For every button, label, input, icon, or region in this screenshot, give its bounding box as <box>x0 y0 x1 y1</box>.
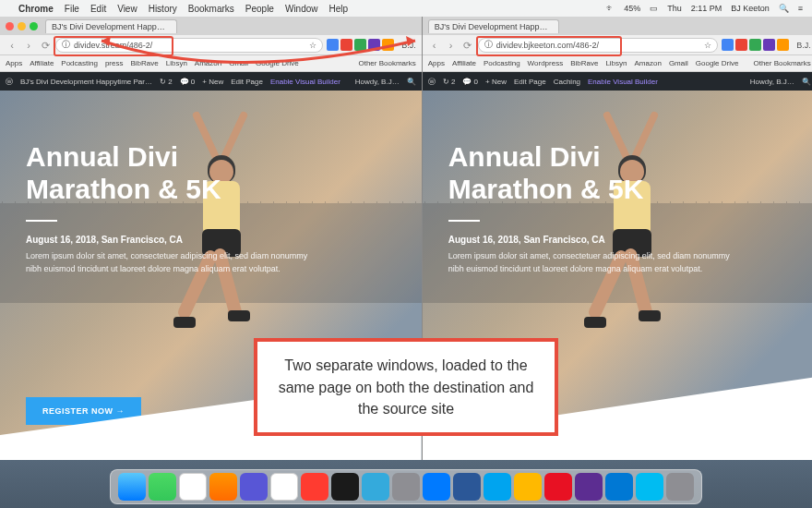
wp-howdy[interactable]: Howdy, B.J… <box>750 78 794 86</box>
user-badge[interactable]: B.J. <box>401 41 416 50</box>
bm-item[interactable]: Amazon <box>195 59 221 67</box>
wp-new[interactable]: + New <box>202 78 223 86</box>
dock-app-icon[interactable] <box>605 473 633 501</box>
menu-window[interactable]: Window <box>285 4 318 14</box>
dock-app-icon[interactable] <box>544 473 572 501</box>
wifi-icon[interactable]: ᯤ <box>606 4 615 13</box>
bm-item[interactable]: Podcasting <box>61 59 98 67</box>
dock-app-icon[interactable] <box>301 473 328 501</box>
back-button[interactable]: ‹ <box>6 39 18 52</box>
close-icon[interactable] <box>6 22 14 30</box>
menubar-app[interactable]: Chrome <box>18 4 54 14</box>
hero-date: August 16, 2018, San Francisco, CA <box>448 235 789 245</box>
wp-vb[interactable]: Enable Visual Builder <box>270 78 340 86</box>
dock-app-icon[interactable] <box>209 473 237 501</box>
browser-tab[interactable]: BJ's Divi Development Happ… <box>428 19 560 33</box>
dock-app-icon[interactable] <box>240 473 268 501</box>
menu-view[interactable]: View <box>117 4 137 14</box>
zoom-icon[interactable] <box>30 22 38 30</box>
bm-item[interactable]: Gmail <box>229 59 248 67</box>
wp-caching[interactable]: Caching <box>554 78 580 86</box>
ext-icon[interactable] <box>327 39 339 51</box>
menu-help[interactable]: Help <box>329 4 349 14</box>
wp-comments[interactable]: 💬 0 <box>462 78 478 86</box>
menu-bookmarks[interactable]: Bookmarks <box>188 4 234 14</box>
ext-icon[interactable] <box>735 39 747 51</box>
dock-trash-icon[interactable] <box>666 473 694 501</box>
dock-app-icon[interactable] <box>331 473 359 501</box>
spotlight-icon[interactable]: 🔍 <box>779 4 789 13</box>
forward-button[interactable]: › <box>445 39 458 52</box>
wp-logo-icon[interactable]: ⓦ <box>428 77 436 87</box>
ext-icon[interactable] <box>354 39 366 51</box>
dock-photoshop-icon[interactable] <box>453 473 481 501</box>
bm-apps[interactable]: Apps <box>428 59 445 67</box>
menu-history[interactable]: History <box>149 4 177 14</box>
bm-item[interactable]: Affiliate <box>452 59 476 67</box>
ext-icon[interactable] <box>722 39 734 51</box>
dock-app-icon[interactable] <box>392 473 420 501</box>
wp-vb[interactable]: Enable Visual Builder <box>588 78 658 86</box>
dock-app-icon[interactable] <box>179 473 207 501</box>
bm-item[interactable]: press <box>105 59 124 67</box>
wp-edit[interactable]: Edit Page <box>514 78 546 86</box>
bm-item[interactable]: Google Drive <box>696 59 739 67</box>
star-icon[interactable]: ☆ <box>704 41 711 50</box>
wp-howdy[interactable]: Howdy, B.J… <box>355 78 400 86</box>
dock-app-icon[interactable] <box>514 473 542 501</box>
bm-item[interactable]: Affiliate <box>30 59 54 67</box>
clock-time: 2:11 PM <box>691 4 722 13</box>
dock-app-icon[interactable] <box>423 473 450 501</box>
reload-button[interactable]: ⟳ <box>461 39 474 52</box>
ext-icon[interactable] <box>382 39 394 51</box>
minimize-icon[interactable] <box>18 22 26 30</box>
browser-tab[interactable]: BJ's Divi Development Happ… <box>45 19 177 33</box>
ext-icon[interactable] <box>340 39 352 51</box>
reload-button[interactable]: ⟳ <box>39 39 52 52</box>
url-field[interactable]: ⓘ dividev.stream/486-2/ ☆ <box>55 38 323 53</box>
bm-apps[interactable]: Apps <box>6 59 22 67</box>
wp-site[interactable]: BJ's Divi Development Happytime Par… <box>20 78 152 86</box>
back-button[interactable]: ‹ <box>428 39 441 52</box>
notif-icon[interactable]: ≡ <box>798 4 803 13</box>
dock-app-icon[interactable] <box>484 473 511 501</box>
bm-item[interactable]: BibRave <box>570 59 598 67</box>
url-field[interactable]: ⓘ dividev.bjkeeton.com/486-2/ ☆ <box>478 38 719 53</box>
ext-icon[interactable] <box>777 39 789 51</box>
search-icon[interactable]: 🔍 <box>407 78 416 86</box>
wp-comments[interactable]: 💬 0 <box>180 78 196 86</box>
user-badge[interactable]: B.J. <box>796 41 811 50</box>
dock-app-icon[interactable] <box>270 473 298 501</box>
wp-updates[interactable]: ↻ 2 <box>443 78 456 86</box>
menu-people[interactable]: People <box>245 4 274 14</box>
user-name[interactable]: BJ Keeton <box>731 4 770 13</box>
forward-button[interactable]: › <box>22 39 35 52</box>
wp-logo-icon[interactable]: ⓦ <box>6 77 13 87</box>
menu-file[interactable]: File <box>65 4 79 14</box>
dock-app-icon[interactable] <box>362 473 389 501</box>
bm-item[interactable]: Podcasting <box>484 59 520 67</box>
ext-icon[interactable] <box>763 39 775 51</box>
bm-item[interactable]: Google Drive <box>256 59 299 67</box>
star-icon[interactable]: ☆ <box>309 41 316 50</box>
bm-item[interactable]: Libsyn <box>166 59 187 67</box>
dock-messages-icon[interactable] <box>149 473 176 501</box>
bm-item[interactable]: Amazon <box>635 59 662 67</box>
ext-icon[interactable] <box>368 39 380 51</box>
menu-edit[interactable]: Edit <box>90 4 106 14</box>
ext-icon[interactable] <box>749 39 761 51</box>
wp-new[interactable]: + New <box>485 78 507 86</box>
dock-app-icon[interactable] <box>636 473 663 501</box>
bm-item[interactable]: BibRave <box>130 59 158 67</box>
battery-icon: ▭ <box>650 4 658 13</box>
wp-edit[interactable]: Edit Page <box>231 78 263 86</box>
search-icon[interactable]: 🔍 <box>802 78 811 86</box>
bm-item[interactable]: Wordpress <box>528 59 564 67</box>
wp-updates[interactable]: ↻ 2 <box>160 78 173 86</box>
bm-item[interactable]: Libsyn <box>605 59 627 67</box>
dock-premiere-icon[interactable] <box>575 473 603 501</box>
bm-other[interactable]: Other Bookmarks <box>358 59 415 67</box>
bm-other[interactable]: Other Bookmarks <box>753 59 810 67</box>
bm-item[interactable]: Gmail <box>669 59 688 67</box>
dock-finder-icon[interactable] <box>118 473 146 501</box>
